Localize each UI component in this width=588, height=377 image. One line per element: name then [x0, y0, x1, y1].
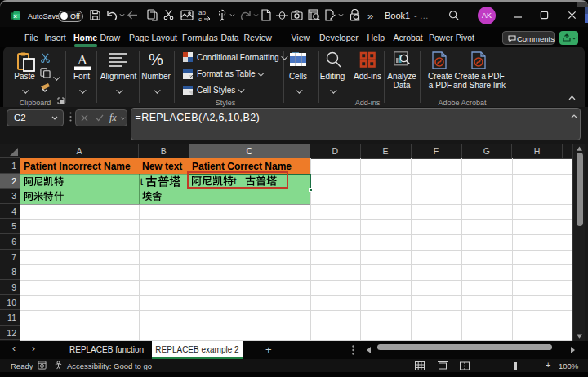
svg-text:%: %: [149, 52, 163, 68]
svg-text:A: A: [78, 52, 88, 68]
svg-text:c: c: [198, 16, 202, 21]
